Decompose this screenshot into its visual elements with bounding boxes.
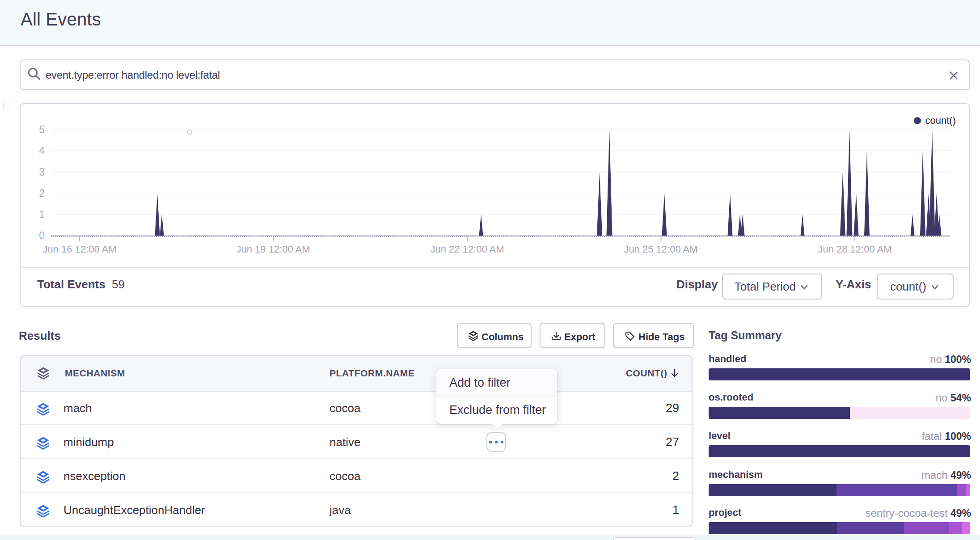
svg-text:2: 2	[39, 187, 45, 199]
svg-text:0: 0	[39, 230, 45, 241]
svg-text:1: 1	[39, 209, 45, 220]
svg-text:3: 3	[39, 166, 45, 178]
svg-text:5: 5	[39, 124, 45, 135]
svg-text:4: 4	[39, 145, 45, 156]
